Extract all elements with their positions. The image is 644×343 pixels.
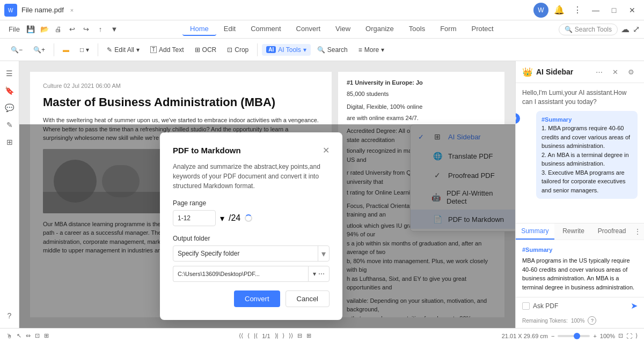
last-btn[interactable]: ⟩| bbox=[275, 332, 279, 339]
modal-actions: Convert Cancel bbox=[173, 290, 330, 307]
page-layout-icon: ⊟ bbox=[297, 332, 302, 339]
modal-title: PDF to Markdown bbox=[173, 146, 241, 155]
open-icon[interactable]: 📂 bbox=[38, 23, 51, 36]
multi-page-icon: ⊞ bbox=[306, 332, 311, 339]
ai-settings-icon[interactable]: ⚙ bbox=[625, 65, 638, 78]
tab-view[interactable]: View bbox=[328, 23, 358, 36]
fit-width-icon[interactable]: ⊡ bbox=[618, 332, 623, 339]
expand-icon[interactable]: ⤢ bbox=[633, 24, 640, 34]
page-range-input[interactable] bbox=[173, 210, 216, 226]
summary-tag-1: #Summary bbox=[541, 115, 632, 124]
zoom-in-button[interactable]: 🔍+ bbox=[29, 44, 49, 56]
menu-file[interactable]: File bbox=[4, 23, 24, 35]
toolbar: 🔍− 🔍+ ▬ □ ▾ ✎ Edit All ▾ T Add Text ⊞ OC… bbox=[0, 39, 644, 61]
print-icon[interactable]: 🖨 bbox=[52, 23, 65, 36]
path-browse-button[interactable]: ▾ ⋯ bbox=[308, 266, 330, 282]
tab-protect[interactable]: Protect bbox=[464, 23, 501, 36]
ai-input-row: Ask PDF ➤ bbox=[516, 297, 644, 314]
undo-icon[interactable]: ↩ bbox=[66, 23, 79, 36]
path-input[interactable] bbox=[173, 266, 308, 282]
prev-prev-btn[interactable]: ⟨⟨ bbox=[239, 332, 243, 339]
path-row: ▾ ⋯ bbox=[173, 266, 330, 282]
shape-icon: □ bbox=[80, 46, 84, 54]
tab-rewrite[interactable]: Rewrite bbox=[554, 223, 593, 240]
sidebar-item-edit[interactable]: ✎ bbox=[2, 117, 18, 133]
crop-button[interactable]: ⊡ Crop bbox=[223, 44, 253, 56]
minimize-button[interactable]: — bbox=[588, 3, 603, 18]
convert-button[interactable]: Convert bbox=[234, 290, 280, 307]
send-button[interactable]: ➤ bbox=[631, 301, 638, 311]
tab-summary[interactable]: Summary bbox=[516, 223, 554, 240]
sidebar-item-bookmark[interactable]: 🔖 bbox=[2, 83, 18, 99]
highlight-icon: ▬ bbox=[63, 46, 69, 54]
zoom-in-status[interactable]: + bbox=[593, 333, 596, 339]
cancel-button[interactable]: Cancel bbox=[286, 290, 330, 307]
arrows-right[interactable]: ⟩ bbox=[635, 332, 638, 339]
redo-icon[interactable]: ↪ bbox=[80, 23, 93, 36]
next-next-btn[interactable]: ⟩⟩ bbox=[289, 332, 293, 339]
sidebar-item-comment[interactable]: 💬 bbox=[2, 100, 18, 116]
shape-button[interactable]: □ ▾ bbox=[76, 44, 93, 56]
search-tools-icon: 🔍 bbox=[565, 26, 573, 33]
save-icon[interactable]: 💾 bbox=[24, 23, 37, 36]
folder-select[interactable]: Specify Specify folder ▾ bbox=[173, 245, 330, 262]
edit-icon: ✎ bbox=[107, 46, 112, 54]
more-button[interactable]: ≡ More ▾ bbox=[354, 44, 389, 56]
tab-tools[interactable]: Tools bbox=[401, 23, 433, 36]
menu-bar: File 💾 📂 🖨 ↩ ↪ ↑ ▼ Home Edit Comment Con… bbox=[0, 20, 644, 39]
search-button[interactable]: 🔍 Search bbox=[313, 44, 352, 56]
sidebar-item-menu[interactable]: ☰ bbox=[2, 65, 18, 81]
folder-caret-icon[interactable]: ▾ bbox=[318, 246, 329, 261]
highlight-button[interactable]: ▬ bbox=[58, 44, 74, 56]
user-avatar[interactable]: W bbox=[533, 3, 548, 18]
tab-home[interactable]: Home bbox=[182, 23, 216, 36]
ask-pdf-label: Ask PDF bbox=[533, 302, 627, 310]
ai-tabs-more[interactable]: ⋮ bbox=[631, 223, 644, 240]
add-text-button[interactable]: T Add Text bbox=[146, 44, 188, 56]
more-options-icon[interactable]: ⋮ bbox=[570, 3, 585, 18]
menu-tabs: Home Edit Comment Convert View Organize … bbox=[125, 23, 559, 36]
prev-btn[interactable]: ⟨ bbox=[247, 332, 250, 339]
cloud-upload-icon[interactable]: ☁ bbox=[621, 24, 630, 34]
ai-header-more[interactable]: ⋯ bbox=[592, 65, 605, 78]
ask-pdf-checkbox[interactable] bbox=[522, 302, 530, 310]
next-btn[interactable]: ⟩ bbox=[282, 332, 284, 339]
page-arrows: ⇔ bbox=[26, 332, 31, 339]
sidebar-item-help[interactable]: ? bbox=[2, 308, 18, 324]
close-tab-btn[interactable]: × bbox=[70, 7, 74, 13]
ocr-button[interactable]: ⊞ OCR bbox=[191, 44, 221, 56]
bell-icon[interactable]: 🔔 bbox=[552, 3, 567, 18]
edit-all-button[interactable]: ✎ Edit All ▾ bbox=[103, 44, 144, 56]
ai-tools-button[interactable]: AI AI Tools ▾ bbox=[262, 44, 310, 56]
modal-close-button[interactable]: ✕ bbox=[323, 145, 330, 155]
ai-crown-icon: 👑 bbox=[522, 67, 533, 77]
first-btn[interactable]: |⟨ bbox=[254, 332, 258, 339]
tab-proofread[interactable]: Proofread bbox=[592, 223, 631, 240]
menu-icons: 💾 📂 🖨 ↩ ↪ ↑ ▼ bbox=[24, 23, 121, 36]
tab-edit[interactable]: Edit bbox=[216, 23, 243, 36]
ai-intro-text: Hello,I'm Lumi,your AI assistant.How can… bbox=[522, 88, 638, 107]
tab-convert[interactable]: Convert bbox=[289, 23, 328, 36]
fullscreen-status[interactable]: ⛶ bbox=[626, 333, 632, 339]
crop-icon: ⊡ bbox=[227, 46, 232, 54]
modal-description: Analyze and summarize the abstract,key p… bbox=[173, 162, 330, 191]
search-tools-button[interactable]: 🔍 Search Tools bbox=[559, 24, 618, 35]
zoom-out-status[interactable]: − bbox=[551, 333, 554, 339]
doc-title: Master of Business Administration (MBA) bbox=[43, 95, 319, 109]
zoom-out-button[interactable]: 🔍− bbox=[6, 44, 27, 56]
tab-form[interactable]: Form bbox=[433, 23, 464, 36]
page-total: /24 bbox=[229, 213, 240, 223]
zoom-slider[interactable] bbox=[558, 335, 590, 337]
tab-organize[interactable]: Organize bbox=[358, 23, 401, 36]
help-icon[interactable]: ? bbox=[588, 316, 596, 325]
close-button[interactable]: ✕ bbox=[625, 3, 640, 18]
window-controls: W 🔔 ⋮ — □ ✕ bbox=[533, 3, 640, 18]
zoom-level: 100% bbox=[600, 333, 615, 339]
share-icon[interactable]: ↑ bbox=[94, 23, 107, 36]
ai-close-button[interactable]: ✕ bbox=[609, 65, 621, 78]
zoom-out-icon: 🔍− bbox=[11, 46, 23, 54]
maximize-button[interactable]: □ bbox=[606, 3, 621, 18]
tab-comment[interactable]: Comment bbox=[243, 23, 288, 36]
sidebar-item-grid[interactable]: ⊞ bbox=[2, 134, 18, 150]
dropdown-icon[interactable]: ▼ bbox=[108, 23, 121, 36]
